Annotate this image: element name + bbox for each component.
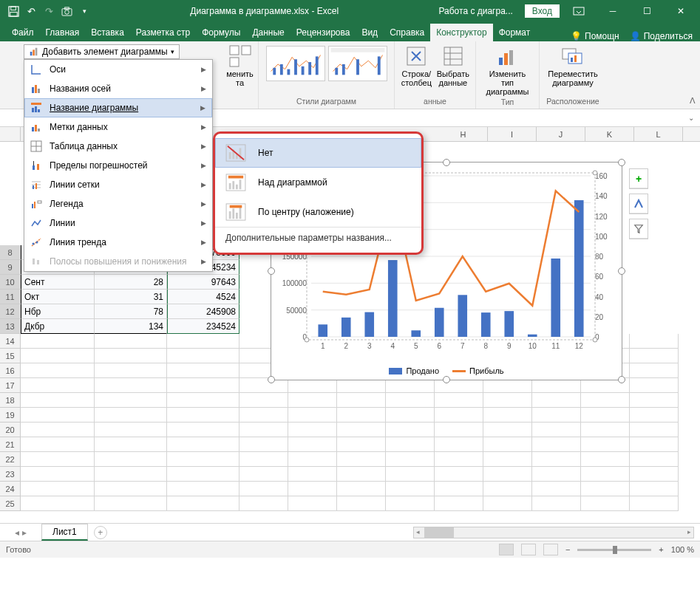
switch-row-col-button[interactable]: Строка/ столбец bbox=[401, 44, 432, 87]
svg-rect-16 bbox=[38, 109, 40, 112]
svg-rect-73 bbox=[239, 179, 242, 189]
title-bar: ↶ ↷ ▾ Диаграмма в диаграмме.xlsx - Excel… bbox=[0, 0, 700, 22]
maximize-icon[interactable]: ☐ bbox=[632, 0, 662, 22]
tab-review[interactable]: Рецензирова bbox=[290, 24, 356, 41]
svg-text:50000: 50000 bbox=[286, 307, 307, 315]
menu-error-bars[interactable]: Пределы погрешностей▶ bbox=[24, 156, 212, 175]
svg-rect-71 bbox=[232, 181, 234, 189]
view-layout-icon[interactable] bbox=[521, 544, 536, 555]
menu-data-table[interactable]: Таблица данных▶ bbox=[24, 137, 212, 156]
minimize-icon[interactable]: ─ bbox=[598, 0, 628, 22]
svg-text:9: 9 bbox=[507, 342, 512, 350]
qat-dropdown-icon[interactable]: ▾ bbox=[78, 5, 90, 17]
zoom-out[interactable]: − bbox=[565, 545, 570, 554]
svg-rect-78 bbox=[239, 208, 242, 219]
menu-axes[interactable]: Оси▶ bbox=[24, 60, 212, 79]
tab-help[interactable]: Справка bbox=[384, 24, 430, 41]
tab-layout[interactable]: Разметка стр bbox=[130, 24, 196, 41]
undo-icon[interactable]: ↶ bbox=[25, 5, 37, 17]
svg-text:10: 10 bbox=[529, 342, 537, 350]
col-header[interactable]: L bbox=[634, 127, 683, 141]
svg-rect-43 bbox=[308, 62, 311, 75]
ribbon-options-icon[interactable] bbox=[564, 0, 594, 22]
sheet-tab[interactable]: Лист1 bbox=[41, 524, 88, 541]
tab-formulas[interactable]: Формулы bbox=[196, 24, 246, 41]
sheet-nav-prev[interactable]: ◂ bbox=[15, 527, 19, 538]
share-button[interactable]: 👤 Поделиться bbox=[630, 31, 693, 41]
menu-lines[interactable]: Линии▶ bbox=[24, 213, 212, 233]
submenu-centered[interactable]: По центру (наложение) bbox=[215, 197, 421, 227]
svg-rect-69 bbox=[228, 176, 243, 179]
view-break-icon[interactable] bbox=[543, 544, 558, 555]
horizontal-scrollbar[interactable]: ◂ ▸ bbox=[413, 527, 694, 538]
add-sheet-button[interactable]: + bbox=[94, 526, 107, 539]
svg-point-131 bbox=[593, 338, 597, 342]
svg-text:8: 8 bbox=[483, 342, 488, 350]
zoom-in[interactable]: + bbox=[659, 545, 663, 554]
submenu-none[interactable]: Нет bbox=[215, 138, 421, 168]
svg-text:60: 60 bbox=[595, 273, 604, 281]
formula-expand-icon[interactable]: ⌄ bbox=[688, 114, 694, 122]
chart-style-1[interactable] bbox=[266, 46, 325, 81]
zoom-level[interactable]: 100 % bbox=[671, 545, 694, 554]
col-header[interactable]: I bbox=[488, 127, 537, 141]
svg-rect-15 bbox=[35, 106, 37, 112]
menu-gridlines[interactable]: Линии сетки▶ bbox=[24, 175, 212, 194]
menu-axis-titles[interactable]: Названия осей▶ bbox=[24, 79, 212, 98]
tell-me[interactable]: 💡 Помощн bbox=[571, 31, 619, 41]
move-chart-button[interactable]: Переместить диаграмму bbox=[546, 44, 600, 87]
svg-rect-2 bbox=[10, 12, 16, 16]
tab-data[interactable]: Данные bbox=[246, 24, 290, 41]
col-header[interactable]: H bbox=[439, 127, 488, 141]
sheet-nav-next[interactable]: ▸ bbox=[22, 527, 27, 538]
svg-rect-9 bbox=[35, 48, 38, 56]
col-header[interactable]: J bbox=[537, 127, 585, 141]
tab-home[interactable]: Главная bbox=[40, 24, 86, 41]
menu-legend[interactable]: Легенда▶ bbox=[24, 194, 212, 213]
tab-design[interactable]: Конструктор bbox=[430, 24, 492, 41]
svg-text:120: 120 bbox=[595, 213, 608, 221]
select-data-button[interactable]: Выбрать данные bbox=[437, 44, 469, 87]
svg-rect-1 bbox=[10, 6, 16, 10]
chart-side-add[interactable]: + bbox=[629, 168, 648, 189]
svg-point-4 bbox=[64, 10, 69, 14]
svg-rect-10 bbox=[32, 87, 34, 93]
quick-layout-button[interactable]: менить та bbox=[226, 44, 254, 87]
svg-rect-48 bbox=[356, 59, 359, 75]
tab-view[interactable]: Вид bbox=[356, 24, 384, 41]
menu-data-labels[interactable]: Метки данных▶ bbox=[24, 117, 212, 137]
svg-rect-30 bbox=[38, 201, 41, 203]
camera-icon[interactable] bbox=[61, 5, 72, 17]
chart-side-filter[interactable] bbox=[629, 219, 648, 239]
select-all-corner[interactable] bbox=[0, 127, 21, 141]
chart-element-menu: Оси▶ Названия осей▶ Название диаграммы▶ … bbox=[24, 59, 213, 272]
svg-text:40: 40 bbox=[595, 293, 604, 301]
login-button[interactable]: Вход bbox=[525, 4, 560, 18]
collapse-ribbon-icon[interactable]: ᐱ bbox=[690, 96, 696, 106]
svg-rect-37 bbox=[230, 58, 239, 66]
chart-side-style[interactable] bbox=[629, 194, 648, 214]
col-header[interactable]: K bbox=[585, 127, 634, 141]
submenu-more-options[interactable]: Дополнительные параметры названия... bbox=[215, 227, 421, 248]
tab-insert[interactable]: Вставка bbox=[85, 24, 130, 41]
tab-file[interactable]: Файл bbox=[6, 24, 40, 41]
submenu-above[interactable]: Над диаграммой bbox=[215, 168, 421, 197]
save-icon[interactable] bbox=[7, 5, 19, 17]
svg-text:20: 20 bbox=[595, 313, 604, 321]
redo-icon[interactable]: ↷ bbox=[43, 5, 55, 17]
svg-rect-34 bbox=[37, 260, 39, 264]
change-chart-type-button[interactable]: Изменить тип диаграммы bbox=[482, 44, 533, 96]
close-icon[interactable]: ✕ bbox=[666, 0, 696, 22]
svg-rect-107 bbox=[364, 312, 374, 337]
menu-chart-title[interactable]: Название диаграммы▶ bbox=[24, 98, 212, 117]
tab-format[interactable]: Формат bbox=[493, 24, 537, 41]
view-normal-icon[interactable] bbox=[499, 544, 514, 555]
zoom-slider[interactable] bbox=[577, 549, 651, 551]
add-chart-element-button[interactable]: Добавить элемент диаграммы ▾ bbox=[24, 44, 180, 59]
svg-rect-12 bbox=[38, 89, 40, 93]
svg-rect-77 bbox=[236, 213, 238, 219]
svg-rect-36 bbox=[242, 46, 251, 55]
menu-trendline[interactable]: Линия тренда▶ bbox=[24, 233, 212, 252]
svg-rect-40 bbox=[287, 69, 290, 75]
chart-style-2[interactable] bbox=[328, 46, 387, 81]
